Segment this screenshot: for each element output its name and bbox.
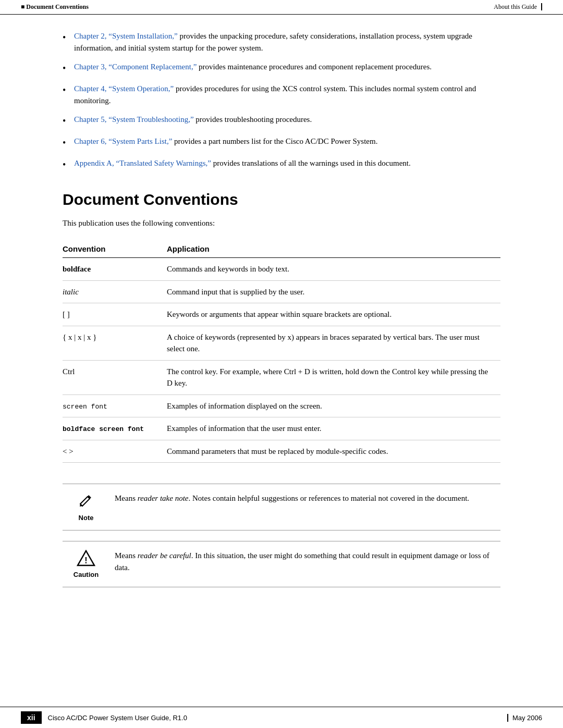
bullet-dot: • xyxy=(63,61,74,76)
bullet-dot: • xyxy=(63,157,74,172)
application-cell: Command input that is supplied by the us… xyxy=(167,280,500,303)
intro-text: This publication uses the following conv… xyxy=(63,219,500,228)
chapter4-link[interactable]: Chapter 4, “System Operation,” xyxy=(74,84,174,93)
header-right-label: About this Guide xyxy=(494,3,542,11)
conventions-table: Convention Application boldfaceCommands … xyxy=(63,240,500,463)
application-cell: Examples of information that the user mu… xyxy=(167,417,500,440)
main-content: • Chapter 2, “System Installation,” prov… xyxy=(0,15,563,629)
bullet-dot: • xyxy=(63,114,74,128)
bullet-text: Chapter 2, “System Installation,” provid… xyxy=(74,30,500,54)
bullet-text: Appendix A, “Translated Safety Warnings,… xyxy=(74,157,411,169)
list-item: • Chapter 3, “Component Replacement,” pr… xyxy=(63,61,500,76)
convention-value: boldface screen font xyxy=(63,425,144,433)
header-left-label: ■ Document Conventions xyxy=(21,3,89,11)
chapter2-link[interactable]: Chapter 2, “System Installation,” xyxy=(74,32,178,40)
footer-page-number: xii xyxy=(21,711,42,724)
header-section-icon: ■ xyxy=(21,3,26,10)
table-row: screen fontExamples of information displ… xyxy=(63,394,500,417)
table-row: boldfaceCommands and keywords in body te… xyxy=(63,258,500,281)
convention-value: Ctrl xyxy=(63,367,75,376)
application-cell: Examples of information displayed on the… xyxy=(167,394,500,417)
section-heading: Document Conventions xyxy=(63,191,500,208)
caution-text: Means reader be careful. In this situati… xyxy=(115,550,500,573)
note-icon-area: Note xyxy=(63,492,115,522)
bullet-text: Chapter 3, “Component Replacement,” prov… xyxy=(74,61,432,73)
chapter-list: • Chapter 2, “System Installation,” prov… xyxy=(63,30,500,172)
page-header: ■ Document Conventions About this Guide xyxy=(0,0,563,15)
table-row: { x | x | x }A choice of keywords (repre… xyxy=(63,326,500,360)
convention-cell: { x | x | x } xyxy=(63,326,167,360)
application-cell: The control key. For example, where Ctrl… xyxy=(167,360,500,394)
page-footer: xii Cisco AC/DC Power System User Guide,… xyxy=(0,707,563,728)
footer-left: xii Cisco AC/DC Power System User Guide,… xyxy=(21,711,187,724)
note-label: Note xyxy=(79,514,94,522)
bullet-text: Chapter 4, “System Operation,” provides … xyxy=(74,83,500,106)
convention-cell: < > xyxy=(63,440,167,463)
bullet-text: Chapter 6, “System Parts List,” provides… xyxy=(74,135,377,147)
bullet-dot: • xyxy=(63,30,74,45)
chapter3-link[interactable]: Chapter 3, “Component Replacement,” xyxy=(74,63,197,71)
triangle-svg: ! xyxy=(77,550,95,566)
convention-cell: boldface xyxy=(63,258,167,281)
chapter6-link[interactable]: Chapter 6, “System Parts List,” xyxy=(74,137,172,145)
convention-value: [ ] xyxy=(63,310,70,318)
list-item: • Chapter 4, “System Operation,” provide… xyxy=(63,83,500,106)
convention-value: screen font xyxy=(63,403,107,411)
application-cell: Command parameters that must be replaced… xyxy=(167,440,500,463)
convention-value: italic xyxy=(63,288,79,296)
caution-box: ! Caution Means reader be careful. In th… xyxy=(63,541,500,587)
footer-right: May 2006 xyxy=(507,714,542,722)
convention-cell: italic xyxy=(63,280,167,303)
application-cell: Commands and keywords in body text. xyxy=(167,258,500,281)
col-application-header: Application xyxy=(167,240,500,258)
caution-triangle-icon: ! xyxy=(77,550,95,569)
col-convention-header: Convention xyxy=(63,240,167,258)
convention-cell: screen font xyxy=(63,394,167,417)
list-item: • Appendix A, “Translated Safety Warning… xyxy=(63,157,500,172)
appendixa-link[interactable]: Appendix A, “Translated Safety Warnings,… xyxy=(74,159,211,167)
convention-cell: boldface screen font xyxy=(63,417,167,440)
note-caution-section: Note Means reader take note. Notes conta… xyxy=(63,484,500,587)
chapter5-link[interactable]: Chapter 5, “System Troubleshooting,” xyxy=(74,115,194,124)
convention-value: boldface xyxy=(63,265,91,273)
footer-date: May 2006 xyxy=(507,714,542,722)
pencil-svg xyxy=(78,492,94,508)
note-box: Note Means reader take note. Notes conta… xyxy=(63,484,500,530)
bullet-dot: • xyxy=(63,83,74,97)
convention-value: { x | x | x } xyxy=(63,333,96,341)
bullet-text: Chapter 5, “System Troubleshooting,” pro… xyxy=(74,114,312,126)
table-row: < >Command parameters that must be repla… xyxy=(63,440,500,463)
application-cell: A choice of keywords (represented by x) … xyxy=(167,326,500,360)
table-row: CtrlThe control key. For example, where … xyxy=(63,360,500,394)
convention-value: < > xyxy=(63,447,74,455)
convention-cell: [ ] xyxy=(63,303,167,326)
caution-icon-area: ! Caution xyxy=(63,550,115,578)
list-item: • Chapter 6, “System Parts List,” provid… xyxy=(63,135,500,150)
table-row: italicCommand input that is supplied by … xyxy=(63,280,500,303)
svg-text:!: ! xyxy=(84,556,87,565)
note-italic-text: reader take note xyxy=(138,494,189,502)
convention-cell: Ctrl xyxy=(63,360,167,394)
bullet-dot: • xyxy=(63,135,74,150)
list-item: • Chapter 5, “System Troubleshooting,” p… xyxy=(63,114,500,128)
table-row: boldface screen fontExamples of informat… xyxy=(63,417,500,440)
caution-italic-text: reader be careful xyxy=(138,551,191,560)
note-text: Means reader take note. Notes contain he… xyxy=(115,492,500,504)
application-cell: Keywords or arguments that appear within… xyxy=(167,303,500,326)
table-row: [ ]Keywords or arguments that appear wit… xyxy=(63,303,500,326)
list-item: • Chapter 2, “System Installation,” prov… xyxy=(63,30,500,54)
note-pencil-icon xyxy=(78,492,94,512)
footer-document-title: Cisco AC/DC Power System User Guide, R1.… xyxy=(48,714,187,722)
caution-label: Caution xyxy=(74,571,99,578)
